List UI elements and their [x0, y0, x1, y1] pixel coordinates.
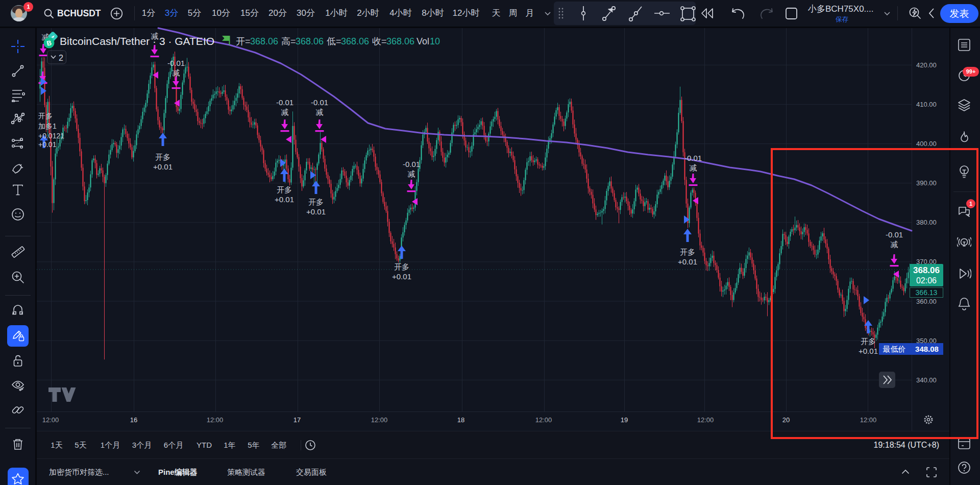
svg-text:12:00: 12:00	[371, 416, 388, 424]
svg-text:368.06: 368.06	[250, 36, 278, 46]
svg-text:减: 减	[173, 68, 180, 77]
svg-text:-0.01: -0.01	[403, 160, 420, 168]
svg-text:-0.01: -0.01	[276, 98, 293, 107]
svg-text:+0.01: +0.01	[153, 162, 173, 171]
svg-text:-0.01: -0.01	[311, 98, 328, 107]
svg-text:12:00: 12:00	[207, 416, 224, 424]
svg-text:17: 17	[293, 416, 301, 424]
svg-text:368.06: 368.06	[296, 36, 324, 46]
svg-text:2: 2	[59, 54, 63, 62]
svg-text:410.00: 410.00	[916, 101, 937, 108]
svg-text:12:00: 12:00	[535, 416, 552, 424]
svg-text:减: 减	[408, 169, 415, 178]
svg-text:-0.01: -0.01	[167, 59, 185, 67]
svg-text:+0.01: +0.01	[678, 257, 697, 266]
svg-text:减: 减	[316, 108, 324, 116]
svg-text:低=: 低=	[327, 36, 341, 46]
svg-text:高=: 高=	[281, 36, 296, 46]
svg-text:开多: 开多	[277, 185, 292, 194]
svg-text:368.06: 368.06	[341, 36, 369, 46]
svg-text:开多: 开多	[38, 112, 53, 120]
svg-text:减: 减	[281, 108, 289, 116]
svg-text:开=: 开=	[236, 36, 251, 46]
svg-text:开多: 开多	[308, 198, 324, 206]
svg-text:+0.0121: +0.0121	[38, 132, 64, 140]
svg-text:+0.01: +0.01	[275, 195, 294, 204]
svg-text:+0.01: +0.01	[38, 140, 57, 149]
svg-text:12:00: 12:00	[42, 416, 59, 424]
svg-text:Vol: Vol	[416, 36, 429, 46]
svg-text:+0.01: +0.01	[306, 207, 326, 216]
svg-text:收=: 收=	[372, 36, 387, 46]
svg-text:16: 16	[130, 416, 137, 424]
svg-text:+0.01: +0.01	[392, 272, 411, 281]
svg-text:12:00: 12:00	[697, 416, 714, 424]
svg-text:19: 19	[621, 416, 628, 424]
svg-text:420.00: 420.00	[916, 61, 937, 69]
svg-text:368.06: 368.06	[386, 36, 414, 46]
svg-text:10: 10	[430, 36, 440, 46]
svg-text:400.00: 400.00	[916, 140, 937, 148]
svg-text:开多: 开多	[680, 248, 695, 256]
svg-text:减: 减	[690, 163, 697, 172]
svg-text:18: 18	[457, 416, 464, 424]
svg-text:-0.01: -0.01	[684, 154, 702, 162]
svg-text:开多: 开多	[394, 262, 409, 271]
svg-text:加多1: 加多1	[38, 122, 57, 130]
svg-text:BitcoinCash/Tether · 3 · GATEI: BitcoinCash/Tether · 3 · GATEIO	[60, 35, 214, 47]
svg-text:开多: 开多	[155, 153, 170, 161]
